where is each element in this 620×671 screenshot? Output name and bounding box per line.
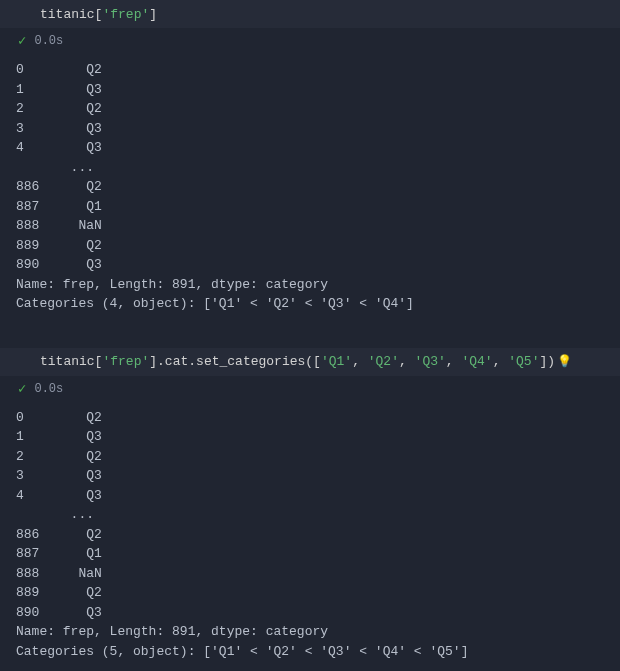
notebook-cell: titanic['frep']✓0.0s0 Q2 1 Q3 2 Q2 3 Q3 …: [0, 0, 620, 318]
code-line: titanic['frep'].cat.set_categories(['Q1'…: [40, 354, 555, 369]
code-token: cat: [165, 354, 188, 369]
code-token: .: [157, 354, 165, 369]
execution-time: 0.0s: [34, 382, 63, 396]
code-input[interactable]: titanic['frep'].cat.set_categories(['Q1'…: [0, 348, 620, 376]
code-token: .: [188, 354, 196, 369]
code-token: 'Q4': [461, 354, 492, 369]
code-token: 'frep': [102, 7, 149, 22]
code-token: set_categories: [196, 354, 305, 369]
lightbulb-icon[interactable]: 💡: [557, 354, 572, 369]
code-token: 'frep': [102, 354, 149, 369]
execution-time: 0.0s: [34, 34, 63, 48]
code-token: [: [313, 354, 321, 369]
execution-status: ✓0.0s: [0, 28, 620, 52]
code-token: ,: [399, 354, 415, 369]
notebook-cell: titanic['frep'].cat.set_categories(['Q1'…: [0, 348, 620, 666]
code-token: titanic: [40, 354, 95, 369]
code-token: ,: [352, 354, 368, 369]
code-token: ]: [149, 354, 157, 369]
cell-output: 0 Q2 1 Q3 2 Q2 3 Q3 4 Q3 ... 886 Q2 887 …: [0, 52, 620, 318]
code-token: 'Q2': [368, 354, 399, 369]
code-input[interactable]: titanic['frep']: [0, 0, 620, 28]
code-token: ): [547, 354, 555, 369]
check-icon: ✓: [18, 34, 26, 48]
code-token: ,: [446, 354, 462, 369]
execution-status: ✓0.0s: [0, 376, 620, 400]
code-line: titanic['frep']: [40, 7, 157, 22]
cell-output: 0 Q2 1 Q3 2 Q2 3 Q3 4 Q3 ... 886 Q2 887 …: [0, 400, 620, 666]
code-token: ]: [149, 7, 157, 22]
code-token: ,: [493, 354, 509, 369]
code-token: 'Q1': [321, 354, 352, 369]
code-token: (: [305, 354, 313, 369]
code-token: 'Q5': [508, 354, 539, 369]
code-token: titanic: [40, 7, 95, 22]
check-icon: ✓: [18, 382, 26, 396]
code-token: 'Q3': [415, 354, 446, 369]
